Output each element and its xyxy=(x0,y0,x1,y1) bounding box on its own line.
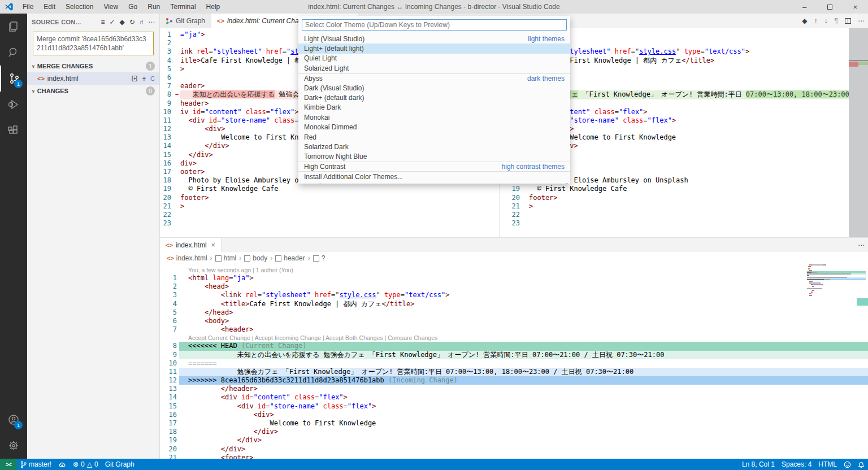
git-branch-icon xyxy=(20,461,27,468)
theme-option-solarized-dark[interactable]: Solarized Dark xyxy=(298,142,570,151)
code-line: 23 xyxy=(160,219,499,228)
toggle-whitespace-icon[interactable]: ¶ xyxy=(835,18,838,24)
git-graph-status-item[interactable]: Git Graph xyxy=(102,459,138,470)
menu-terminal[interactable]: Terminal xyxy=(165,0,201,14)
cursor-position-item[interactable]: Ln 8, Col 1 xyxy=(739,459,778,470)
theme-option-light-default-light-[interactable]: Light+ (default light) xyxy=(298,43,570,53)
accounts-icon[interactable]: 1 xyxy=(0,407,27,433)
editor-actions: ◆ ↑ ↓ ¶ ⋯ xyxy=(802,14,865,28)
extensions-icon[interactable] xyxy=(0,118,27,143)
more-actions-icon[interactable]: ⋯ xyxy=(858,18,865,24)
notifications-bell-icon[interactable] xyxy=(854,459,868,470)
theme-option-abyss[interactable]: Abyssdark themes xyxy=(298,73,570,83)
language-mode-item[interactable]: HTML xyxy=(815,459,840,470)
theme-group-label: high contrast themes xyxy=(502,163,565,171)
breadcrumb-item-body[interactable]: body xyxy=(244,254,267,262)
menu-go[interactable]: Go xyxy=(123,0,142,14)
theme-label: Dark (Visual Studio) xyxy=(304,84,565,92)
breadcrumb-item--[interactable]: ? xyxy=(313,254,326,262)
theme-option-dark-visual-studio-[interactable]: Dark (Visual Studio) xyxy=(298,83,570,93)
codelens-blame[interactable]: You, a few seconds ago | 1 author (You) xyxy=(160,266,868,274)
theme-option-dark-default-dark-[interactable]: Dark+ (default dark) xyxy=(298,93,570,102)
theme-search-input[interactable] xyxy=(302,19,567,31)
menu-selection[interactable]: Selection xyxy=(60,0,98,14)
file-row-index-html[interactable]: <> index.html + C xyxy=(27,72,159,85)
merge-diamond-icon[interactable]: ◆ xyxy=(802,18,807,24)
theme-option-red[interactable]: Red xyxy=(298,132,570,142)
publish-changes-item[interactable] xyxy=(55,459,70,470)
commit-check-icon[interactable]: ✓ xyxy=(109,19,115,25)
breadcrumb-item-index-html[interactable]: <>index.html xyxy=(167,254,207,262)
minimap[interactable] xyxy=(807,264,863,306)
color-theme-quickpick: Light (Visual Studio)light themesLight+ … xyxy=(298,16,570,184)
code-line: 19 © First Knowledge Cafe xyxy=(500,185,868,193)
theme-option-monokai[interactable]: Monokai xyxy=(298,112,570,122)
problems-status-item[interactable]: ⊗ 0 △ 0 xyxy=(70,459,102,470)
explorer-icon[interactable] xyxy=(0,14,27,40)
indentation-item[interactable]: Spaces: 4 xyxy=(778,459,815,470)
theme-option-light-visual-studio-[interactable]: Light (Visual Studio)light themes xyxy=(298,34,570,43)
next-change-icon[interactable]: ↓ xyxy=(824,18,828,24)
merge-changes-badge: 1 xyxy=(146,62,155,71)
breadcrumb-label: html xyxy=(224,254,237,262)
run-debug-icon[interactable] xyxy=(0,92,27,118)
remote-indicator[interactable]: >< xyxy=(0,459,17,470)
theme-label: Red xyxy=(304,133,565,141)
git-graph-scm-icon[interactable]: ◆ xyxy=(120,19,125,25)
bottom-editor[interactable]: You, a few seconds ago | 1 author (You)1… xyxy=(160,264,868,459)
open-file-icon[interactable] xyxy=(131,75,138,82)
previous-change-icon[interactable]: ↑ xyxy=(814,18,818,24)
branch-graph-icon[interactable]: ⑁ xyxy=(140,19,144,25)
settings-gear-icon[interactable] xyxy=(0,433,27,459)
feedback-smiley-icon[interactable] xyxy=(840,459,854,470)
menu-edit[interactable]: Edit xyxy=(38,0,60,14)
theme-label: Monokai Dimmed xyxy=(304,123,565,131)
codelens-action-accept-both-changes[interactable]: Accept Both Changes xyxy=(326,334,383,341)
minimize-button[interactable]: – xyxy=(792,0,817,14)
branch-status-item[interactable]: master! xyxy=(17,459,55,470)
theme-option-high-contrast[interactable]: High Contrasthigh contrast themes xyxy=(298,162,570,171)
theme-option-kimbie-dark[interactable]: Kimbie Dark xyxy=(298,103,570,112)
split-editor-icon[interactable] xyxy=(845,18,851,24)
diff-overview-ruler[interactable] xyxy=(849,28,868,237)
refresh-icon[interactable]: ↻ xyxy=(129,19,135,25)
changes-section[interactable]: ∨ CHANGES 0 xyxy=(27,85,159,97)
tab-index-html[interactable]: <> index.html × xyxy=(160,238,222,252)
tab-git-graph[interactable]: Git Graph xyxy=(160,14,211,28)
code-line: 5 </head> xyxy=(160,308,868,317)
breadcrumb-item-html[interactable]: html xyxy=(215,254,237,262)
source-control-icon[interactable]: 1 xyxy=(0,66,27,92)
breadcrumb-label: ? xyxy=(322,254,326,262)
changes-label: CHANGES xyxy=(37,88,68,94)
breadcrumb-item-header[interactable]: header xyxy=(275,254,305,262)
theme-option-monokai-dimmed[interactable]: Monokai Dimmed xyxy=(298,123,570,132)
close-button[interactable]: × xyxy=(843,0,868,14)
merge-changes-section[interactable]: ∨ MERGE CHANGES 1 xyxy=(27,60,159,72)
menu-run[interactable]: Run xyxy=(142,0,165,14)
codelens-action-compare-changes[interactable]: Compare Changes xyxy=(388,334,437,341)
close-tab-icon[interactable]: × xyxy=(211,241,216,249)
html-file-icon: <> xyxy=(37,75,45,82)
more-actions-icon[interactable]: ⋯ xyxy=(148,19,155,25)
codelens-action-accept-current-change[interactable]: Accept Current Change xyxy=(188,334,250,341)
theme-label: Light (Visual Studio) xyxy=(304,35,528,43)
bottom-editor-tab-bar: <> index.html × ⋯ xyxy=(160,237,868,252)
theme-option-solarized-light[interactable]: Solarized Light xyxy=(298,63,570,73)
more-actions-icon[interactable]: ⋯ xyxy=(858,242,865,249)
vscode-logo-icon xyxy=(5,2,14,11)
codelens-action-accept-incoming-change[interactable]: Accept Incoming Change xyxy=(255,334,321,341)
menu-view[interactable]: View xyxy=(98,0,123,14)
theme-option-quiet-light[interactable]: Quiet Light xyxy=(298,54,570,63)
breadcrumb-separator: › xyxy=(210,254,212,262)
search-icon[interactable] xyxy=(0,40,27,66)
maximize-button[interactable] xyxy=(817,0,843,14)
theme-option-install-additional-color-themes-[interactable]: Install Additional Color Themes... xyxy=(298,171,570,181)
commit-message-input[interactable]: Merge commit '8cea165d63b6d33c3211d11d8d… xyxy=(33,32,154,55)
view-as-tree-icon[interactable]: ≡ xyxy=(101,19,105,25)
merge-conflict-codelens: Accept Current Change | Accept Incoming … xyxy=(160,334,868,342)
stage-changes-icon[interactable]: + xyxy=(142,75,146,82)
menu-help[interactable]: Help xyxy=(201,0,225,14)
theme-option-tomorrow-night-blue[interactable]: Tomorrow Night Blue xyxy=(298,152,570,162)
menu-file[interactable]: File xyxy=(18,0,38,14)
source-control-badge: 1 xyxy=(14,80,23,88)
